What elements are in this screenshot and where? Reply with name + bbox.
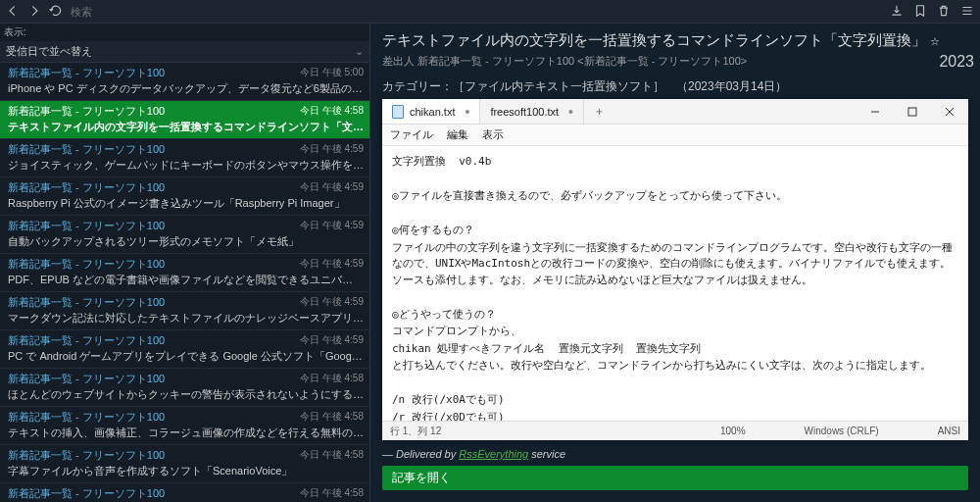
tab-label: freesoft100.txt — [490, 106, 559, 118]
list-item-time: 今日 午後 4:58 — [300, 410, 364, 425]
zoom-level: 100% — [720, 426, 746, 436]
maximize-button[interactable] — [894, 99, 931, 125]
line-ending: Windows (CRLF) — [805, 426, 879, 436]
list-item-title: 新着記事一覧 - フリーソフト100 — [8, 448, 165, 463]
list-item[interactable]: 新着記事一覧 - フリーソフト100今日 午後 4:58字幕ファイルから音声を作… — [0, 445, 369, 483]
menu-icon[interactable] — [960, 4, 974, 20]
close-button[interactable] — [931, 99, 968, 125]
menu-view[interactable]: 表示 — [482, 127, 504, 142]
list-item-title: 新着記事一覧 - フリーソフト100 — [8, 295, 165, 310]
list-item-subject: iPhone や PC ディスクのデータバックアップ、データ復元など6製品の無償… — [8, 81, 364, 96]
tab-freesoft[interactable]: freesoft100.txt • — [480, 99, 584, 124]
list-item-title: 新着記事一覧 - フリーソフト100 — [8, 486, 165, 501]
tab-modified-dot: • — [568, 104, 573, 120]
list-item-subject: マークダウン記法に対応したテキストファイルのナレッジベースアプリ「Obsidia… — [8, 311, 364, 326]
list-item-title: 新着記事一覧 - フリーソフト100 — [8, 104, 165, 119]
bookmark-icon[interactable] — [913, 4, 927, 20]
list-item-title: 新着記事一覧 - フリーソフト100 — [8, 410, 165, 425]
list-item[interactable]: 新着記事一覧 - フリーソフト100今日 午後 4:58リカバリ・ファイルから一… — [0, 483, 369, 502]
search-input[interactable] — [71, 6, 188, 18]
list-item[interactable]: 新着記事一覧 - フリーソフト100今日 午後 4:58テキストファイル内の文字… — [0, 101, 369, 139]
list-item-subject: Raspberry Pi 公式のイメージ書き込みツール「Raspberry Pi… — [8, 196, 364, 211]
message-list-panel: 表示: 受信日で並べ替え ⌄ 新着記事一覧 - フリーソフト100今日 午後 5… — [0, 24, 370, 502]
document-icon — [392, 105, 404, 119]
chevron-down-icon: ⌄ — [355, 45, 364, 58]
list-item[interactable]: 新着記事一覧 - フリーソフト100今日 午後 4:58ほとんどのウェブサイトか… — [0, 369, 369, 407]
tab-label: chikan.txt — [410, 106, 455, 118]
status-bar: 行 1、列 12 100% Windows (CRLF) ANSI — [382, 421, 968, 440]
list-item-subject: ジョイスティック、ゲームパッドにキーボードのボタンやマウス操作をマッピングするソ… — [8, 158, 364, 173]
list-item-title: 新着記事一覧 - フリーソフト100 — [8, 180, 165, 195]
list-item[interactable]: 新着記事一覧 - フリーソフト100今日 午後 4:59Raspberry Pi… — [0, 177, 369, 216]
list-item-title: 新着記事一覧 - フリーソフト100 — [8, 66, 165, 80]
window-menu: ファイル 編集 表示 — [382, 125, 968, 146]
list-item-title: 新着記事一覧 - フリーソフト100 — [8, 372, 165, 386]
message-list: 新着記事一覧 - フリーソフト100今日 午後 5:00iPhone や PC … — [0, 63, 369, 502]
list-item-subject: PC で Android ゲームアプリをプレイできる Google 公式ソフト「… — [8, 349, 364, 364]
download-icon[interactable] — [890, 4, 904, 20]
list-item-subject: 字幕ファイルから音声を作成するソフト「ScenarioVoice」 — [8, 464, 364, 478]
list-item[interactable]: 新着記事一覧 - フリーソフト100今日 午後 4:59ジョイスティック、ゲーム… — [0, 139, 369, 177]
delivered-by: — Delivered by RssEverything service — [370, 444, 980, 464]
menu-file[interactable]: ファイル — [390, 127, 433, 142]
list-item-title: 新着記事一覧 - フリーソフト100 — [8, 219, 165, 233]
main-toolbar — [0, 0, 980, 24]
list-item-title: 新着記事一覧 - フリーソフト100 — [8, 142, 165, 157]
menu-edit[interactable]: 編集 — [447, 127, 468, 142]
open-article-button[interactable]: 記事を開く — [382, 466, 968, 490]
list-item-subject: 自動バックアップされるツリー形式のメモソフト「メモ紙」 — [8, 234, 364, 249]
list-item[interactable]: 新着記事一覧 - フリーソフト100今日 午後 4:59マークダウン記法に対応し… — [0, 292, 369, 330]
list-item[interactable]: 新着記事一覧 - フリーソフト100今日 午後 4:58テキストの挿入、画像補正… — [0, 407, 369, 445]
list-item[interactable]: 新着記事一覧 - フリーソフト100今日 午後 4:59自動バックアップされるツ… — [0, 216, 369, 254]
list-item-title: 新着記事一覧 - フリーソフト100 — [8, 333, 165, 348]
list-item-time: 今日 午後 4:58 — [300, 448, 364, 463]
list-item-time: 今日 午後 4:58 — [300, 486, 364, 501]
list-item-subject: ほとんどのウェブサイトからクッキーの警告が表示されないようにするブラウザー拡張機… — [8, 387, 364, 402]
tab-modified-dot: • — [465, 104, 469, 120]
star-icon[interactable]: ☆ — [930, 35, 940, 47]
list-item[interactable]: 新着記事一覧 - フリーソフト100今日 午後 4:59PC で Android… — [0, 330, 369, 369]
list-item-time: 今日 午後 5:00 — [300, 66, 364, 80]
cursor-position: 行 1、列 12 — [390, 425, 441, 438]
refresh-icon[interactable] — [49, 4, 63, 20]
display-indicator: 表示: — [0, 24, 369, 41]
sender-label: 差出人 — [382, 55, 415, 67]
list-item[interactable]: 新着記事一覧 - フリーソフト100今日 午後 4:59PDF、EPUB などの… — [0, 254, 369, 292]
list-item-time: 今日 午後 4:59 — [300, 180, 364, 195]
new-tab-button[interactable]: ＋ — [584, 104, 614, 119]
list-item-time: 今日 午後 4:58 — [300, 372, 364, 386]
window-titlebar: chikan.txt • freesoft100.txt • ＋ — [382, 99, 968, 125]
embedded-window: chikan.txt • freesoft100.txt • ＋ ファイル 編集… — [382, 99, 968, 440]
encoding: ANSI — [938, 426, 960, 436]
list-item-subject: テキストファイル内の文字列を一括置換するコマンドラインソフト「文字列置換」 — [8, 120, 364, 134]
list-item-subject: テキストの挿入、画像補正、コラージュ画像の作成などを行える無料の画像編集ソフト「… — [8, 426, 364, 440]
list-item-title: 新着記事一覧 - フリーソフト100 — [8, 257, 165, 272]
list-item-time: 今日 午後 4:59 — [300, 295, 364, 310]
list-item-time: 今日 午後 4:58 — [300, 104, 364, 119]
list-item-subject: PDF、EPUB などの電子書籍や画像ファイルなどを閲覧できるユニバーサルドキュ… — [8, 273, 364, 287]
article-title: テキストファイル内の文字列を一括置換するコマンドラインソフト「文字列置換」 — [382, 31, 926, 48]
list-item-time: 今日 午後 4:59 — [300, 257, 364, 272]
sort-header-label: 受信日で並べ替え — [6, 44, 92, 59]
category-line: カテゴリー：［ファイル内テキスト一括置換ソフト］ （2023年03月14日） — [370, 73, 980, 99]
message-view-panel: テキストファイル内の文字列を一括置換するコマンドラインソフト「文字列置換」☆ 差… — [370, 24, 980, 502]
tab-chikan[interactable]: chikan.txt • — [382, 99, 480, 124]
list-item-time: 今日 午後 4:59 — [300, 142, 364, 157]
list-item[interactable]: 新着記事一覧 - フリーソフト100今日 午後 5:00iPhone や PC … — [0, 63, 369, 101]
forward-icon[interactable] — [27, 4, 41, 20]
list-item-time: 今日 午後 4:59 — [300, 219, 364, 233]
rss-link[interactable]: RssEverything — [459, 448, 528, 460]
svg-rect-1 — [908, 108, 916, 116]
list-item-time: 今日 午後 4:59 — [300, 333, 364, 348]
year-display: 2023 — [939, 53, 974, 71]
minimize-button[interactable] — [857, 99, 894, 125]
editor-body[interactable]: 文字列置換 v0.4b ◎ファイルを直接書き換えるので、必ずバックアップをとって… — [382, 146, 968, 421]
back-icon[interactable] — [6, 4, 20, 20]
trash-icon[interactable] — [937, 4, 951, 20]
sender-value: 新着記事一覧 - フリーソフト100 <新着記事一覧 - フリーソフト100> — [417, 55, 747, 67]
sort-header[interactable]: 受信日で並べ替え ⌄ — [0, 41, 369, 63]
